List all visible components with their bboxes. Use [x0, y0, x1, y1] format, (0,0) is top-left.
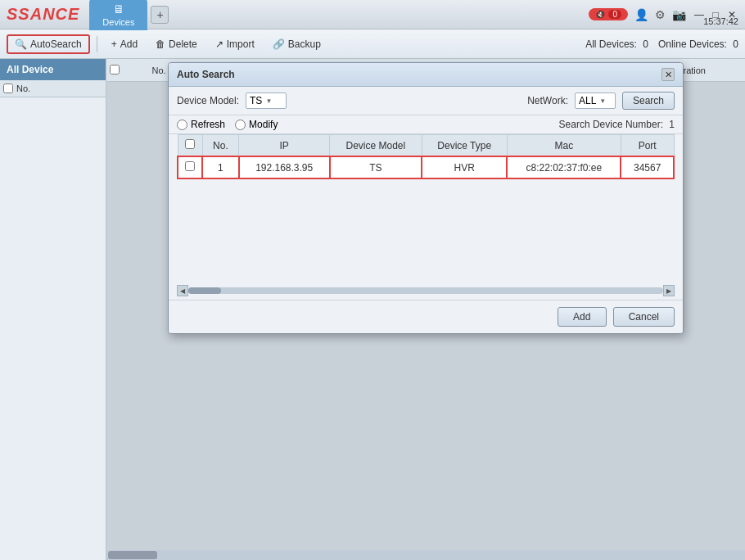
- delete-icon: 🗑: [156, 38, 165, 50]
- dialog-close-button[interactable]: ✕: [661, 68, 675, 81]
- row-cell-4: HVR: [422, 156, 507, 178]
- online-devices-text: Online Devices:: [658, 38, 727, 50]
- row-cell-1: 1: [202, 156, 239, 178]
- refresh-radio-input[interactable]: [177, 120, 187, 130]
- network-select[interactable]: ALL ▼: [575, 93, 616, 109]
- search-results-table: No. IP Device Model Device Type Mac Port…: [177, 134, 675, 179]
- scrollbar-thumb[interactable]: [188, 287, 221, 294]
- radio-group: Refresh Modify: [177, 119, 278, 130]
- row-checkbox[interactable]: [185, 161, 195, 171]
- scroll-right-arrow[interactable]: ▶: [663, 285, 675, 296]
- toolbar-separator-1: [97, 36, 97, 52]
- sidebar-header: All Device: [0, 59, 106, 80]
- dialog-subtoolbar: Refresh Modify Search Device Number: 1: [169, 115, 683, 134]
- network-value: ALL: [579, 95, 596, 106]
- delete-label: Delete: [169, 38, 197, 50]
- bottom-scrollbar-thumb[interactable]: [108, 551, 157, 559]
- main-layout: All Device No. No. IP Device Name Device…: [0, 59, 745, 560]
- add-button[interactable]: + Add: [104, 35, 145, 53]
- settings-icon[interactable]: ⚙: [655, 8, 666, 21]
- col-ip: IP: [239, 135, 330, 157]
- time-display: 15:37:42: [703, 16, 738, 26]
- horizontal-scrollbar-container: ◀ ▶: [169, 282, 683, 300]
- mute-button[interactable]: 🔇 0: [589, 8, 628, 20]
- table-header-row: No. IP Device Model Device Type Mac Port: [178, 135, 674, 157]
- logo-text: SANCE: [18, 5, 79, 23]
- all-devices-count: 0: [643, 38, 648, 50]
- row-checkbox-cell[interactable]: [178, 156, 202, 178]
- auto-search-dialog: Auto Search ✕ Device Model: TS ▼ NetWork…: [168, 62, 684, 334]
- import-label: Import: [227, 38, 255, 50]
- sidebar-col-no: No.: [16, 84, 30, 93]
- mute-icon: 🔇: [595, 10, 605, 19]
- autosearch-button[interactable]: 🔍 AutoSearch: [7, 34, 90, 54]
- scrollbar-track[interactable]: [188, 287, 663, 294]
- col-checkbox: [178, 135, 202, 157]
- col-port: Port: [621, 135, 674, 157]
- modify-label: Modify: [249, 119, 278, 130]
- dialog-add-button[interactable]: Add: [558, 307, 607, 327]
- user-icon: 👤: [634, 8, 648, 21]
- search-device-num-value: 1: [669, 119, 675, 130]
- refresh-label: Refresh: [191, 119, 225, 130]
- row-cell-5: c8:22:02:37:f0:ee: [507, 156, 621, 178]
- devices-tab-label: Devices: [102, 17, 134, 27]
- horizontal-scrollbar[interactable]: ◀ ▶: [177, 285, 675, 296]
- sidebar: All Device No.: [0, 59, 106, 560]
- bottom-scrollbar[interactable]: [106, 550, 745, 560]
- device-model-arrow-icon: ▼: [265, 97, 272, 105]
- search-device-num-label: Search Device Number:: [559, 119, 663, 130]
- sidebar-select-all[interactable]: [3, 84, 13, 93]
- import-icon: ↗: [215, 38, 224, 50]
- all-devices-text: All Devices:: [585, 38, 637, 50]
- camera-icon: 📷: [672, 8, 686, 21]
- search-icon: 🔍: [15, 38, 27, 50]
- backup-button[interactable]: 🔗 Backup: [265, 35, 328, 53]
- row-cell-2: 192.168.3.95: [239, 156, 330, 178]
- table-row[interactable]: 1192.168.3.95TSHVRc8:22:02:37:f0:ee34567: [178, 156, 674, 178]
- notification-count: 0: [608, 10, 621, 19]
- network-label: NetWork:: [527, 95, 568, 106]
- devices-tab-icon: 🖥: [113, 2, 124, 16]
- dialog-toolbar: Device Model: TS ▼ NetWork: ALL ▼ Search: [169, 87, 683, 115]
- dialog-table-container: No. IP Device Model Device Type Mac Port…: [169, 134, 683, 282]
- title-bar-left: SSANCE 🖥 Devices +: [7, 0, 169, 30]
- main-toolbar: 🔍 AutoSearch + Add 🗑 Delete ↗ Import 🔗 B…: [0, 29, 745, 59]
- scroll-left-arrow[interactable]: ◀: [177, 285, 188, 296]
- sidebar-table-header: No.: [0, 80, 106, 97]
- device-model-value: TS: [250, 95, 262, 106]
- app-logo: SSANCE: [7, 5, 79, 24]
- title-bar: SSANCE 🖥 Devices + 🔇 0 👤 ⚙ 📷 — □ ✕: [0, 0, 745, 29]
- dialog-overlay: Auto Search ✕ Device Model: TS ▼ NetWork…: [106, 59, 745, 560]
- device-model-label: Device Model:: [177, 95, 239, 106]
- row-cell-3: TS: [330, 156, 422, 178]
- dialog-footer: Add Cancel: [169, 300, 683, 333]
- table-select-all[interactable]: [185, 139, 195, 149]
- online-devices-count: 0: [733, 38, 738, 50]
- col-mac: Mac: [507, 135, 621, 157]
- dialog-cancel-button[interactable]: Cancel: [613, 307, 675, 327]
- online-devices-label: Online Devices: 0: [658, 38, 738, 50]
- content-area: No. IP Device Name Device Type Status Op…: [106, 59, 745, 560]
- all-devices-label: All Devices: 0: [585, 38, 648, 50]
- logo-s: S: [7, 5, 18, 23]
- backup-label: Backup: [288, 38, 321, 50]
- add-tab-button[interactable]: +: [151, 6, 169, 24]
- search-button[interactable]: Search: [622, 92, 675, 110]
- devices-tab[interactable]: 🖥 Devices: [89, 0, 147, 30]
- col-device-model: Device Model: [330, 135, 422, 157]
- device-model-select[interactable]: TS ▼: [246, 93, 287, 109]
- add-label: Add: [120, 38, 138, 50]
- col-device-type: Device Type: [422, 135, 507, 157]
- modify-radio-input[interactable]: [235, 120, 246, 130]
- row-cell-6: 34567: [621, 156, 674, 178]
- import-button[interactable]: ↗ Import: [208, 35, 262, 53]
- refresh-radio[interactable]: Refresh: [177, 119, 225, 130]
- search-device-num: Search Device Number: 1: [559, 119, 675, 130]
- modify-radio[interactable]: Modify: [235, 119, 278, 130]
- backup-icon: 🔗: [273, 38, 285, 50]
- add-icon: +: [111, 38, 117, 50]
- col-no: No.: [202, 135, 239, 157]
- dialog-toolbar-right: NetWork: ALL ▼ Search: [527, 92, 675, 110]
- delete-button[interactable]: 🗑 Delete: [148, 35, 205, 53]
